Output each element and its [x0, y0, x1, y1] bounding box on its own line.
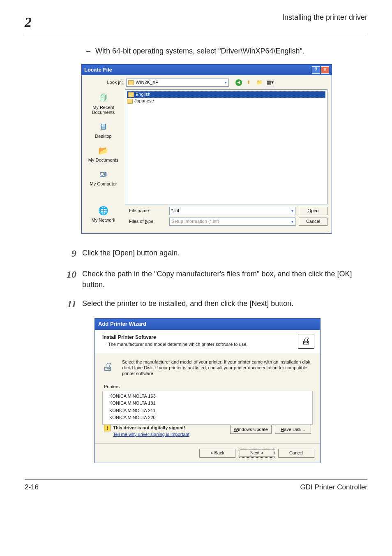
step-number: 10 — [62, 268, 76, 290]
folder-english[interactable]: English — [127, 91, 325, 98]
close-button[interactable]: × — [321, 66, 329, 74]
folder-english-label: English — [136, 91, 150, 97]
my-documents-icon: 📂 — [96, 144, 110, 157]
lookin-dropdown[interactable]: WIN2K_XP ▾ — [126, 79, 229, 87]
up-one-level-icon[interactable]: ⬆ — [244, 79, 253, 86]
printers-label: Printers — [102, 384, 313, 390]
folder-icon — [128, 80, 134, 85]
printer-icon: 🖨 — [102, 359, 118, 371]
place-mynet-label: My Network — [91, 218, 115, 222]
wizard-info-text: Select the manufacturer and model of you… — [122, 359, 313, 377]
step-text: Check the path in the "Copy manufacturer… — [82, 268, 367, 290]
filename-input[interactable]: *.inf ▾ — [169, 207, 295, 215]
desktop-icon: 🖥 — [96, 120, 110, 133]
back-button[interactable]: < Back — [199, 449, 235, 458]
folder-japanese-label: Japanese — [134, 98, 154, 104]
page-footer: 2-16 GDI Printer Controller — [25, 480, 367, 492]
resize-grip-icon[interactable]: ⋰ — [82, 230, 332, 233]
printer-banner-icon: 🖨 — [298, 334, 314, 349]
place-mydocs-label: My Documents — [88, 158, 118, 162]
page-header: 2 Installing the printer driver — [25, 12, 367, 34]
printer-item[interactable]: KONICA MINOLTA 181 — [109, 400, 306, 407]
place-mycomp-label: My Computer — [90, 181, 117, 186]
wizard-subheading: The manufacturer and model determine whi… — [108, 341, 247, 348]
signing-warning: This driver is not digitally signed! — [113, 425, 189, 431]
filetype-label: Files of type: — [129, 218, 166, 225]
dash-bullet: – — [86, 46, 90, 57]
place-recent-label: My Recent Documents — [82, 105, 125, 115]
place-mycomp[interactable]: 🖳 My Computer — [90, 168, 117, 186]
next-button[interactable]: Next > — [239, 449, 275, 458]
doc-title: GDI Printer Controller — [300, 482, 367, 492]
step-text: Click the [Open] button again. — [82, 247, 180, 261]
chevron-down-icon: ▾ — [225, 80, 227, 86]
places-bar: 🗐 My Recent Documents 🖥 Desktop 📂 My Doc… — [82, 89, 125, 204]
new-folder-icon[interactable]: 📁 — [255, 79, 263, 86]
step-11: 11 Select the printer to be installed, a… — [25, 297, 367, 311]
dialog-title-text: Locate File — [84, 66, 112, 74]
step-number: 9 — [62, 247, 76, 261]
warning-icon: ! — [104, 425, 111, 431]
chapter-number: 2 — [25, 12, 32, 32]
my-network-icon: 🌐 — [97, 204, 111, 217]
printers-listbox[interactable]: KONICA MINOLTA 163 KONICA MINOLTA 181 KO… — [102, 391, 313, 425]
step-number: 11 — [62, 297, 76, 311]
cancel-button[interactable]: Cancel — [299, 218, 327, 226]
intro-text: With 64-bit operating systems, select "D… — [95, 46, 304, 57]
printer-item[interactable]: KONICA MINOLTA 211 — [109, 407, 306, 414]
lookin-label: Look in: — [86, 79, 123, 86]
dialog-titlebar: Locate File ? × — [82, 65, 332, 75]
help-button[interactable]: ? — [312, 66, 320, 74]
filename-value: *.inf — [171, 208, 179, 214]
place-desktop[interactable]: 🖥 Desktop — [95, 120, 111, 139]
my-computer-icon: 🖳 — [97, 168, 111, 181]
folder-japanese[interactable]: Japanese — [127, 98, 325, 104]
locate-file-dialog: Locate File ? × Look in: WIN2K_XP ▾ ◄ ⬆ … — [81, 64, 332, 234]
wizard-cancel-button[interactable]: Cancel — [278, 449, 314, 458]
folder-icon — [127, 99, 133, 104]
chevron-down-icon: ▾ — [291, 208, 293, 214]
back-icon[interactable]: ◄ — [235, 79, 242, 86]
intro-note: – With 64-bit operating systems, select … — [25, 46, 367, 57]
place-recent[interactable]: 🗐 My Recent Documents — [82, 92, 125, 115]
page-number: 2-16 — [25, 482, 39, 492]
header-title: Installing the printer driver — [282, 12, 367, 23]
wizard-title: Add Printer Wizard — [95, 319, 320, 329]
step-text: Select the printer to be installed, and … — [82, 297, 293, 311]
place-desktop-label: Desktop — [95, 134, 111, 139]
wizard-heading: Install Printer Software — [102, 334, 247, 341]
chevron-down-icon: ▾ — [291, 219, 293, 225]
lookin-value: WIN2K_XP — [136, 80, 159, 85]
filetype-input: Setup Information (*.inf) ▾ — [169, 218, 295, 226]
folder-icon — [128, 92, 134, 97]
printer-item[interactable]: KONICA MINOLTA 163 — [109, 393, 306, 400]
signing-link[interactable]: Tell me why driver signing is important — [113, 432, 189, 437]
have-disk-button[interactable]: Have Disk... — [275, 425, 311, 434]
filetype-value: Setup Information (*.inf) — [171, 218, 219, 225]
printer-item[interactable]: KONICA MINOLTA 220 — [109, 414, 306, 421]
windows-update-button[interactable]: Windows Update — [230, 425, 272, 434]
step-10: 10 Check the path in the "Copy manufactu… — [25, 268, 367, 290]
add-printer-wizard-dialog: Add Printer Wizard Install Printer Softw… — [95, 318, 321, 463]
filename-label: File name: — [129, 208, 166, 214]
views-icon[interactable]: ▦▾ — [266, 79, 274, 86]
place-mydocs[interactable]: 📂 My Documents — [88, 144, 118, 162]
place-mynet[interactable]: 🌐 My Network — [91, 204, 115, 222]
open-button[interactable]: Open — [299, 207, 327, 215]
file-list-area[interactable]: English Japanese — [125, 89, 327, 204]
step-9: 9 Click the [Open] button again. — [25, 247, 367, 261]
recent-documents-icon: 🗐 — [97, 92, 111, 104]
